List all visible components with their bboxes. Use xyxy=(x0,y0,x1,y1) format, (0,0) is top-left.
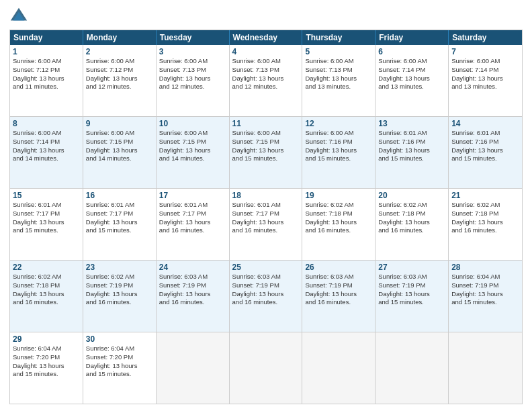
day-info: Sunrise: 6:00 AM Sunset: 7:14 PM Dayligh… xyxy=(13,129,80,163)
calendar-cell: 24Sunrise: 6:03 AM Sunset: 7:19 PM Dayli… xyxy=(157,261,230,332)
calendar-cell: 6Sunrise: 6:00 AM Sunset: 7:14 PM Daylig… xyxy=(375,45,449,116)
calendar-cell: 8Sunrise: 6:00 AM Sunset: 7:14 PM Daylig… xyxy=(10,117,83,188)
day-info: Sunrise: 6:00 AM Sunset: 7:14 PM Dayligh… xyxy=(451,57,519,91)
header-day-thursday: Thursday xyxy=(302,30,375,45)
page: SundayMondayTuesdayWednesdayThursdayFrid… xyxy=(0,0,532,411)
calendar-cell: 30Sunrise: 6:04 AM Sunset: 7:20 PM Dayli… xyxy=(83,332,157,404)
day-number: 20 xyxy=(378,191,445,200)
day-number: 26 xyxy=(305,263,372,272)
calendar-cell: 4Sunrise: 6:00 AM Sunset: 7:13 PM Daylig… xyxy=(230,45,303,116)
calendar-cell: 2Sunrise: 6:00 AM Sunset: 7:12 PM Daylig… xyxy=(83,45,157,116)
day-info: Sunrise: 6:00 AM Sunset: 7:13 PM Dayligh… xyxy=(159,57,226,91)
calendar-week-4: 22Sunrise: 6:02 AM Sunset: 7:18 PM Dayli… xyxy=(10,261,522,332)
day-number: 23 xyxy=(86,263,153,272)
day-info: Sunrise: 6:04 AM Sunset: 7:19 PM Dayligh… xyxy=(451,273,519,307)
header-day-sunday: Sunday xyxy=(10,30,83,45)
day-number: 12 xyxy=(305,119,372,128)
day-number: 24 xyxy=(159,263,226,272)
day-number: 3 xyxy=(159,47,226,56)
day-number: 16 xyxy=(86,191,153,200)
calendar-cell xyxy=(375,332,449,404)
day-number: 21 xyxy=(451,191,519,200)
day-number: 1 xyxy=(13,47,80,56)
calendar-cell: 19Sunrise: 6:02 AM Sunset: 7:18 PM Dayli… xyxy=(302,189,375,260)
calendar-cell: 3Sunrise: 6:00 AM Sunset: 7:13 PM Daylig… xyxy=(157,45,230,116)
day-number: 30 xyxy=(86,334,153,344)
day-info: Sunrise: 6:00 AM Sunset: 7:13 PM Dayligh… xyxy=(232,57,300,91)
header-day-monday: Monday xyxy=(83,30,157,45)
day-info: Sunrise: 6:01 AM Sunset: 7:17 PM Dayligh… xyxy=(159,201,226,235)
day-info: Sunrise: 6:02 AM Sunset: 7:19 PM Dayligh… xyxy=(86,273,153,307)
calendar-cell: 15Sunrise: 6:01 AM Sunset: 7:17 PM Dayli… xyxy=(10,189,83,260)
calendar-cell xyxy=(157,332,230,404)
day-number: 8 xyxy=(13,119,80,128)
day-number: 17 xyxy=(159,191,226,200)
day-number: 11 xyxy=(232,119,300,128)
day-info: Sunrise: 6:03 AM Sunset: 7:19 PM Dayligh… xyxy=(159,273,226,307)
day-number: 27 xyxy=(378,263,445,272)
calendar: SundayMondayTuesdayWednesdayThursdayFrid… xyxy=(9,30,523,404)
day-info: Sunrise: 6:01 AM Sunset: 7:16 PM Dayligh… xyxy=(451,129,519,163)
day-number: 5 xyxy=(305,47,372,56)
calendar-cell: 10Sunrise: 6:00 AM Sunset: 7:15 PM Dayli… xyxy=(157,117,230,188)
calendar-cell: 14Sunrise: 6:01 AM Sunset: 7:16 PM Dayli… xyxy=(449,117,522,188)
calendar-cell: 16Sunrise: 6:01 AM Sunset: 7:17 PM Dayli… xyxy=(83,189,157,260)
day-info: Sunrise: 6:00 AM Sunset: 7:15 PM Dayligh… xyxy=(232,129,300,163)
header xyxy=(9,7,523,26)
calendar-cell: 27Sunrise: 6:03 AM Sunset: 7:19 PM Dayli… xyxy=(375,261,449,332)
calendar-cell: 1Sunrise: 6:00 AM Sunset: 7:12 PM Daylig… xyxy=(10,45,83,116)
calendar-cell: 13Sunrise: 6:01 AM Sunset: 7:16 PM Dayli… xyxy=(375,117,449,188)
calendar-cell: 25Sunrise: 6:03 AM Sunset: 7:19 PM Dayli… xyxy=(230,261,303,332)
day-info: Sunrise: 6:00 AM Sunset: 7:15 PM Dayligh… xyxy=(159,129,226,163)
day-info: Sunrise: 6:02 AM Sunset: 7:18 PM Dayligh… xyxy=(378,201,445,235)
calendar-cell xyxy=(449,332,522,404)
day-number: 14 xyxy=(451,119,519,128)
day-info: Sunrise: 6:03 AM Sunset: 7:19 PM Dayligh… xyxy=(378,273,445,307)
calendar-cell: 26Sunrise: 6:03 AM Sunset: 7:19 PM Dayli… xyxy=(302,261,375,332)
day-number: 22 xyxy=(13,263,80,272)
day-info: Sunrise: 6:01 AM Sunset: 7:17 PM Dayligh… xyxy=(232,201,300,235)
calendar-cell: 28Sunrise: 6:04 AM Sunset: 7:19 PM Dayli… xyxy=(449,261,522,332)
calendar-week-1: 1Sunrise: 6:00 AM Sunset: 7:12 PM Daylig… xyxy=(10,45,522,117)
day-number: 6 xyxy=(378,47,445,56)
day-info: Sunrise: 6:00 AM Sunset: 7:16 PM Dayligh… xyxy=(305,129,372,163)
logo xyxy=(9,7,31,26)
calendar-cell: 11Sunrise: 6:00 AM Sunset: 7:15 PM Dayli… xyxy=(230,117,303,188)
day-info: Sunrise: 6:02 AM Sunset: 7:18 PM Dayligh… xyxy=(13,273,80,307)
calendar-cell: 7Sunrise: 6:00 AM Sunset: 7:14 PM Daylig… xyxy=(449,45,522,116)
day-number: 25 xyxy=(232,263,300,272)
day-number: 7 xyxy=(451,47,519,56)
calendar-week-2: 8Sunrise: 6:00 AM Sunset: 7:14 PM Daylig… xyxy=(10,117,522,189)
calendar-cell: 22Sunrise: 6:02 AM Sunset: 7:18 PM Dayli… xyxy=(10,261,83,332)
day-info: Sunrise: 6:03 AM Sunset: 7:19 PM Dayligh… xyxy=(232,273,300,307)
day-info: Sunrise: 6:00 AM Sunset: 7:12 PM Dayligh… xyxy=(13,57,80,91)
day-number: 15 xyxy=(13,191,80,200)
calendar-cell: 20Sunrise: 6:02 AM Sunset: 7:18 PM Dayli… xyxy=(375,189,449,260)
calendar-cell xyxy=(302,332,375,404)
day-info: Sunrise: 6:04 AM Sunset: 7:20 PM Dayligh… xyxy=(13,345,80,379)
day-number: 19 xyxy=(305,191,372,200)
day-number: 10 xyxy=(159,119,226,128)
calendar-cell: 23Sunrise: 6:02 AM Sunset: 7:19 PM Dayli… xyxy=(83,261,157,332)
day-number: 29 xyxy=(13,334,80,344)
calendar-cell: 9Sunrise: 6:00 AM Sunset: 7:15 PM Daylig… xyxy=(83,117,157,188)
day-number: 9 xyxy=(86,119,153,128)
day-number: 4 xyxy=(232,47,300,56)
logo-icon xyxy=(9,7,28,26)
header-day-tuesday: Tuesday xyxy=(157,30,230,45)
day-info: Sunrise: 6:00 AM Sunset: 7:13 PM Dayligh… xyxy=(305,57,372,91)
header-day-friday: Friday xyxy=(375,30,449,45)
day-info: Sunrise: 6:01 AM Sunset: 7:17 PM Dayligh… xyxy=(13,201,80,235)
day-info: Sunrise: 6:00 AM Sunset: 7:15 PM Dayligh… xyxy=(86,129,153,163)
calendar-header-row: SundayMondayTuesdayWednesdayThursdayFrid… xyxy=(10,30,522,45)
calendar-cell: 29Sunrise: 6:04 AM Sunset: 7:20 PM Dayli… xyxy=(10,332,83,404)
header-day-wednesday: Wednesday xyxy=(230,30,303,45)
day-number: 18 xyxy=(232,191,300,200)
calendar-week-5: 29Sunrise: 6:04 AM Sunset: 7:20 PM Dayli… xyxy=(10,332,522,404)
day-info: Sunrise: 6:01 AM Sunset: 7:17 PM Dayligh… xyxy=(86,201,153,235)
day-info: Sunrise: 6:00 AM Sunset: 7:14 PM Dayligh… xyxy=(378,57,445,91)
calendar-body: 1Sunrise: 6:00 AM Sunset: 7:12 PM Daylig… xyxy=(10,45,522,404)
calendar-cell: 18Sunrise: 6:01 AM Sunset: 7:17 PM Dayli… xyxy=(230,189,303,260)
day-info: Sunrise: 6:00 AM Sunset: 7:12 PM Dayligh… xyxy=(86,57,153,91)
day-number: 2 xyxy=(86,47,153,56)
